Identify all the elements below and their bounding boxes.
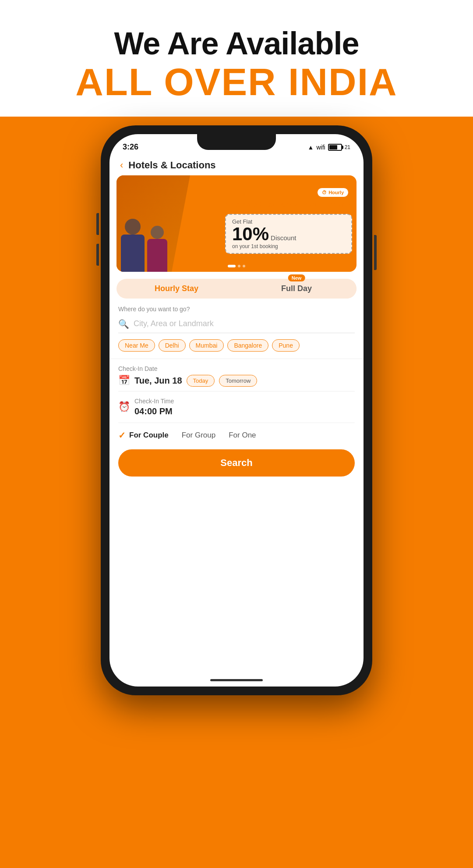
search-button[interactable]: Search [118,449,355,477]
dot-1 [228,265,236,267]
hourly-badge-text: Hourly [328,190,344,195]
dot-3 [243,265,245,267]
guest-option-one[interactable]: For One [229,431,256,440]
checkin-time-label: Check-In Time [134,398,174,405]
couple-illustration [121,219,167,272]
banner-dots [228,265,245,267]
battery-icon [328,144,342,151]
check-icon: ✓ [118,430,126,441]
divider-1 [109,359,364,359]
checkin-date-value: Tue, Jun 18 [134,376,182,386]
woman-head [151,226,164,239]
location-chip[interactable]: Mumbai [189,339,224,352]
app-header: ‹ Hotels & Locations [109,155,364,175]
tab-switcher: Hourly Stay New Full Day [116,279,357,299]
banner-tagline-wrapper: Abb no adjustment on your Privacy [225,200,352,210]
discount-label: Discount [271,234,296,242]
wifi-signal-icon: wifi [316,144,325,151]
banner-content: ⏱ Hourly Abb no adjustment on your Priva… [225,184,352,254]
location-search-box[interactable]: 🔍 City, Area or Landmark [118,315,355,333]
location-chips: Near MeDelhiMumbaiBangalorePune [118,339,355,352]
headline-line2: ALL OVER INDIA [75,61,397,103]
wifi-icon: ▲ [308,144,314,151]
tab-fullday-label: Full Day [281,284,312,293]
discount-sub: on your 1st booking [232,243,345,249]
tomorrow-chip[interactable]: Tomorrow [219,375,257,387]
hourly-badge: ⏱ Hourly [317,188,349,197]
group-label: For Group [182,431,215,440]
volume-down-button [96,244,99,266]
promo-banner: ⏱ Hourly Abb no adjustment on your Priva… [116,175,357,272]
guest-option-couple[interactable]: ✓ For Couple [118,430,169,441]
woman-body [147,239,167,272]
location-chip[interactable]: Near Me [118,339,155,352]
where-label: Where do you want to go? [118,306,355,313]
one-label: For One [229,431,256,440]
page-title: Hotels & Locations [128,160,215,171]
battery-percent: 21 [345,144,350,150]
location-chip[interactable]: Delhi [159,339,186,352]
checkin-time-row: ⏰ Check-In Time 04:00 PM [118,391,355,423]
discount-percent: 10% [232,225,269,243]
back-button[interactable]: ‹ [120,160,123,171]
checkin-date-label: Check-In Date [118,365,355,372]
page-wrapper: 3:26 ▲ wifi 21 ‹ Hotels & Locations [0,117,473,868]
time-info: Check-In Time 04:00 PM [134,398,174,416]
tab-full-day[interactable]: New Full Day [236,279,357,299]
checkin-date-row: 📅 Tue, Jun 18 Today Tomorrow [118,375,355,387]
status-icons: ▲ wifi 21 [308,144,350,151]
person-woman [147,226,167,272]
location-chip[interactable]: Pune [272,339,300,352]
home-indicator [210,679,263,681]
discount-value-row: 10% Discount [232,225,345,243]
location-placeholder: City, Area or Landmark [134,319,214,328]
form-area: Where do you want to go? 🔍 City, Area or… [109,299,364,481]
notch [197,134,276,150]
clock-icon: ⏱ [322,190,327,195]
guest-type-row: ✓ For Couple For Group For One [118,423,355,445]
guest-option-group[interactable]: For Group [182,431,215,440]
volume-up-button [96,213,99,235]
couple-label: For Couple [129,431,169,440]
today-chip[interactable]: Today [187,375,215,387]
phone-screen: 3:26 ▲ wifi 21 ‹ Hotels & Locations [109,134,364,687]
clock-icon: ⏰ [118,401,130,413]
calendar-icon: 📅 [118,375,130,386]
discount-box: Get Flat 10% Discount on your 1st bookin… [225,214,352,254]
person-man [121,219,145,272]
checkin-time-value: 04:00 PM [134,406,174,416]
search-icon: 🔍 [118,319,129,329]
new-badge: New [288,274,305,281]
dot-2 [238,265,240,267]
man-body [121,235,145,272]
tab-hourly-stay[interactable]: Hourly Stay [116,279,236,299]
status-time: 3:26 [123,142,138,152]
phone-frame: 3:26 ▲ wifi 21 ‹ Hotels & Locations [101,125,372,695]
headline-line1: We Are Available [114,26,359,61]
man-head [125,219,141,235]
power-button [374,235,377,270]
top-section: We Are Available ALL OVER INDIA [0,0,473,117]
tab-hourly-label: Hourly Stay [155,284,198,293]
location-chip[interactable]: Bangalore [227,339,268,352]
banner-tagline: Abb no adjustment on your Privacy [225,200,352,210]
